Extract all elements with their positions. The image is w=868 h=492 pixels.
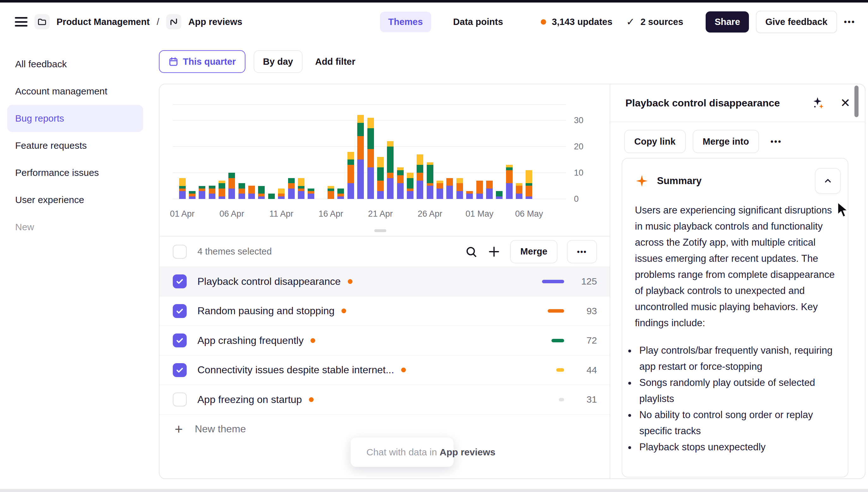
sidebar-item-bug-reports[interactable]: Bug reports	[7, 105, 143, 132]
chart-bar-19-apr[interactable]	[357, 115, 364, 199]
sidebar-item-feature-requests[interactable]: Feature requests	[7, 132, 143, 159]
add-filter-button[interactable]: Add filter	[311, 50, 360, 73]
chart-bar-16-apr[interactable]	[328, 186, 334, 199]
bar-segment	[298, 186, 305, 189]
ai-sparkle-icon[interactable]	[811, 96, 825, 110]
chart-bar-25-apr[interactable]	[417, 154, 423, 199]
breadcrumb-separator: /	[157, 17, 159, 27]
topbar-more-button[interactable]: •••	[844, 17, 855, 27]
chart-bar-05-may[interactable]	[516, 183, 523, 199]
chart-bar-03-apr[interactable]	[199, 186, 205, 199]
collapse-summary-button[interactable]	[815, 168, 841, 194]
sidebar-item-performance-issues[interactable]: Performance issues	[7, 159, 143, 186]
chart-bar-22-apr[interactable]	[387, 141, 393, 199]
summary-bullet: Play controls/bar frequently vanish, req…	[636, 342, 848, 374]
theme-count: 44	[572, 365, 597, 375]
granularity-filter-button[interactable]: By day	[254, 50, 303, 73]
theme-volume-bar	[552, 339, 564, 342]
close-panel-icon[interactable]: ✕	[840, 97, 850, 109]
bar-segment	[199, 186, 205, 189]
sources-count[interactable]: 2 sources	[641, 17, 683, 27]
trend-squiggle-icon	[169, 17, 178, 27]
chart-bar-04-may[interactable]	[506, 165, 513, 199]
breadcrumb-workspace[interactable]: Product Management	[56, 17, 150, 27]
chart-bar-01-may[interactable]	[476, 181, 483, 199]
chart-bar-11-apr[interactable]	[278, 189, 285, 199]
workspace-folder-chip[interactable]	[34, 14, 50, 29]
theme-row[interactable]: Connectivity issues despite stable inter…	[160, 355, 610, 385]
bar-segment	[417, 165, 423, 173]
theme-checkbox[interactable]	[173, 274, 187, 288]
breadcrumb-page[interactable]: App reviews	[188, 17, 242, 27]
select-all-checkbox[interactable]	[173, 245, 187, 259]
chart-bar-28-apr[interactable]	[446, 178, 453, 199]
bar-segment	[179, 178, 186, 186]
panel-more-button[interactable]: •••	[770, 137, 782, 147]
summary-bullet: Songs randomly play outside of selected …	[636, 374, 848, 407]
merge-button[interactable]: Merge	[510, 240, 557, 263]
check-icon	[175, 306, 184, 316]
chart-bar-05-apr[interactable]	[219, 181, 225, 199]
chart-bar-21-apr[interactable]	[377, 157, 384, 199]
copy-link-button[interactable]: Copy link	[624, 130, 686, 153]
chart-bar-13-apr[interactable]	[298, 178, 305, 199]
date-range-filter-button[interactable]: This quarter	[159, 50, 245, 73]
tab-data-points[interactable]: Data points	[445, 12, 511, 32]
panel-scrollbar-thumb[interactable]	[854, 85, 859, 117]
sidebar-item-user-experience[interactable]: User experience	[7, 186, 143, 214]
chart-bar-01-apr[interactable]	[179, 178, 186, 199]
theme-detail-panel: Playback control disappearance ✕ Copy li…	[610, 84, 866, 478]
chart-bar-29-apr[interactable]	[456, 178, 463, 199]
chart-bar-14-apr[interactable]	[308, 189, 314, 199]
search-icon[interactable]	[465, 245, 478, 258]
chart-bar-17-apr[interactable]	[337, 189, 344, 199]
bar-segment	[288, 183, 295, 189]
chart-bar-03-may[interactable]	[496, 191, 503, 199]
share-button[interactable]: Share	[706, 11, 749, 32]
chart-bar-06-apr[interactable]	[228, 173, 235, 199]
chart-bar-09-apr[interactable]	[258, 186, 265, 199]
theme-checkbox[interactable]	[173, 393, 187, 407]
chart-bar-24-apr[interactable]	[407, 173, 413, 199]
theme-row[interactable]: App crashing frequently 72	[160, 326, 610, 355]
project-channel-chip[interactable]	[166, 14, 181, 29]
chart-bar-27-apr[interactable]	[436, 181, 443, 199]
chart-bar-07-apr[interactable]	[239, 183, 245, 199]
hamburger-menu-icon[interactable]	[15, 17, 27, 27]
theme-checkbox[interactable]	[173, 334, 187, 347]
chart-bar-08-apr[interactable]	[248, 186, 255, 199]
chart-resize-handle[interactable]	[374, 229, 386, 232]
add-theme-icon[interactable]	[487, 245, 501, 258]
chart-bar-02-apr[interactable]	[189, 191, 195, 199]
chat-with-data-pill[interactable]: Chat with data in App reviews	[350, 437, 454, 467]
bar-segment	[239, 183, 245, 189]
updates-count[interactable]: 3,143 updates	[552, 17, 612, 27]
chart-bar-12-apr[interactable]	[288, 178, 295, 199]
list-more-button[interactable]: •••	[567, 240, 597, 263]
chart-bar-06-may[interactable]	[526, 170, 532, 199]
chart-bar-26-apr[interactable]	[427, 162, 433, 199]
chart-bar-18-apr[interactable]	[347, 152, 354, 199]
theme-row[interactable]: App freezing on startup 31	[160, 385, 610, 414]
bar-segment	[288, 189, 295, 199]
sidebar-item-account-management[interactable]: Account management	[7, 78, 143, 105]
stacked-bar-chart	[173, 104, 566, 199]
theme-checkbox[interactable]	[173, 304, 187, 318]
chart-bar-30-apr[interactable]	[466, 191, 473, 199]
selected-count-label: 4 themes selected	[197, 246, 272, 257]
chart-bar-04-apr[interactable]	[209, 186, 215, 199]
theme-row[interactable]: Random pausing and stopping 93	[160, 296, 610, 326]
chart-bar-02-may[interactable]	[486, 181, 493, 199]
chart-bar-20-apr[interactable]	[367, 118, 374, 199]
theme-row[interactable]: Playback control disappearance 125	[160, 267, 610, 296]
chart-bar-23-apr[interactable]	[397, 167, 404, 199]
sidebar-item-new[interactable]: New	[7, 214, 143, 241]
sidebar-item-all-feedback[interactable]: All feedback	[7, 51, 143, 78]
theme-checkbox[interactable]	[173, 363, 187, 377]
bottom-strip	[0, 489, 868, 492]
merge-into-button[interactable]: Merge into	[693, 130, 760, 153]
tab-themes[interactable]: Themes	[380, 12, 431, 32]
give-feedback-button[interactable]: Give feedback	[756, 11, 837, 33]
chart-bar-10-apr[interactable]	[268, 194, 275, 199]
chat-pill-target: App reviews	[440, 447, 496, 457]
